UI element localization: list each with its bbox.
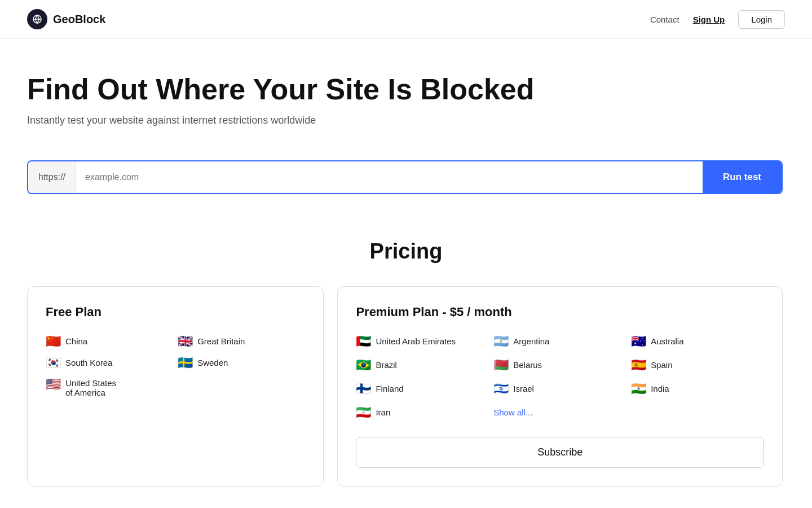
flag-icon: 🇪🇸 xyxy=(631,359,646,371)
list-item: 🇦🇷 Argentina xyxy=(493,335,626,348)
country-name: United States of America xyxy=(65,378,116,397)
flag-icon: 🇮🇷 xyxy=(356,406,371,419)
country-name: Spain xyxy=(651,360,672,370)
country-name: Israel xyxy=(513,384,534,393)
premium-plan-title: Premium Plan - $5 / month xyxy=(356,305,764,319)
logo-text: GeoBlock xyxy=(53,13,105,26)
flag-icon: 🇮🇱 xyxy=(493,383,509,395)
flag-icon: 🇬🇧 xyxy=(178,335,193,348)
list-item: 🇰🇷 South Korea xyxy=(46,357,173,369)
list-item: Show all... xyxy=(493,406,626,419)
flag-icon: 🇮🇳 xyxy=(631,383,646,395)
list-item: 🇨🇳 China xyxy=(46,335,173,348)
login-button[interactable]: Login xyxy=(738,10,785,29)
flag-icon: 🇦🇺 xyxy=(631,335,646,348)
pricing-cards: Free Plan 🇨🇳 China 🇬🇧 Great Britain 🇰🇷 S… xyxy=(27,286,783,487)
country-name: Australia xyxy=(651,336,683,346)
signup-link[interactable]: Sign Up xyxy=(693,15,725,24)
country-name: South Korea xyxy=(65,358,112,367)
free-plan-card: Free Plan 🇨🇳 China 🇬🇧 Great Britain 🇰🇷 S… xyxy=(27,286,324,487)
run-test-button[interactable]: Run test xyxy=(703,161,782,193)
flag-icon: 🇨🇳 xyxy=(46,335,61,348)
flag-icon: 🇦🇷 xyxy=(493,335,509,348)
country-name: Sweden xyxy=(197,358,228,367)
country-name: Finland xyxy=(376,384,403,393)
country-name: India xyxy=(651,384,669,393)
search-bar: https:// Run test xyxy=(27,160,783,194)
flag-icon: 🇦🇪 xyxy=(356,335,371,348)
nav-links: Contact Sign Up Login xyxy=(650,10,785,29)
country-name: Iran xyxy=(376,408,390,417)
list-item: 🇮🇷 Iran xyxy=(356,406,489,419)
flag-icon: 🇧🇷 xyxy=(356,359,371,371)
search-input[interactable] xyxy=(76,161,703,193)
country-name: China xyxy=(65,336,87,346)
free-plan-countries: 🇨🇳 China 🇬🇧 Great Britain 🇰🇷 South Korea… xyxy=(46,335,305,397)
premium-plan-card: Premium Plan - $5 / month 🇦🇪 United Arab… xyxy=(337,286,783,487)
list-item: 🇸🇪 Sweden xyxy=(178,357,305,369)
list-item: 🇦🇺 Australia xyxy=(631,335,764,348)
search-section: https:// Run test xyxy=(0,149,812,228)
flag-icon: 🇧🇾 xyxy=(493,359,509,371)
show-all-link[interactable]: Show all... xyxy=(493,408,532,417)
hero-section: Find Out Where Your Site Is Blocked Inst… xyxy=(0,39,812,149)
premium-plan-countries: 🇦🇪 United Arab Emirates 🇦🇷 Argentina 🇦🇺 … xyxy=(356,335,764,419)
list-item: 🇫🇮 Finland xyxy=(356,383,489,395)
pricing-title: Pricing xyxy=(27,239,785,264)
list-item: 🇬🇧 Great Britain xyxy=(178,335,305,348)
free-plan-title: Free Plan xyxy=(46,305,305,319)
country-name: Great Britain xyxy=(197,336,245,346)
list-item: 🇪🇸 Spain xyxy=(631,359,764,371)
hero-title: Find Out Where Your Site Is Blocked xyxy=(27,73,785,107)
list-item: 🇮🇳 India xyxy=(631,383,764,395)
logo: GeoBlock xyxy=(27,9,105,29)
country-name: United Arab Emirates xyxy=(376,336,456,346)
list-item: 🇮🇱 Israel xyxy=(493,383,626,395)
contact-link[interactable]: Contact xyxy=(650,15,679,24)
country-name: Brazil xyxy=(376,360,397,370)
url-prefix: https:// xyxy=(28,161,76,193)
flag-icon: 🇫🇮 xyxy=(356,383,371,395)
list-item: 🇧🇾 Belarus xyxy=(493,359,626,371)
pricing-section: Pricing Free Plan 🇨🇳 China 🇬🇧 Great Brit… xyxy=(0,228,812,508)
subscribe-button[interactable]: Subscribe xyxy=(356,437,764,468)
flag-icon: 🇸🇪 xyxy=(178,357,193,369)
list-item: 🇦🇪 United Arab Emirates xyxy=(356,335,489,348)
list-item: 🇧🇷 Brazil xyxy=(356,359,489,371)
country-name: Argentina xyxy=(513,336,549,346)
list-item: 🇺🇸 United States of America xyxy=(46,378,173,397)
flag-icon: 🇰🇷 xyxy=(46,357,61,369)
hero-subtitle: Instantly test your website against inte… xyxy=(27,115,785,126)
logo-icon xyxy=(27,9,47,29)
country-name: Belarus xyxy=(513,360,542,370)
flag-icon: 🇺🇸 xyxy=(46,378,61,391)
